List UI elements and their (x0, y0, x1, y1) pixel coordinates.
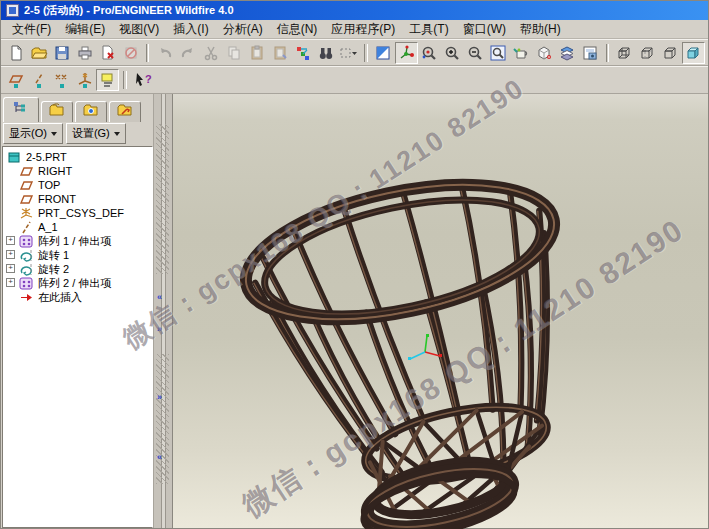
menu-info[interactable]: 信息(N) (270, 20, 325, 39)
context-help-icon: ? (133, 71, 153, 89)
revolve-icon (19, 249, 34, 262)
collapse-left-icon[interactable]: « (157, 294, 162, 301)
repaint-button[interactable] (372, 42, 395, 64)
datum-point-display-button[interactable] (50, 69, 73, 91)
tree-row-csys[interactable]: PRT_CSYS_DEF (5, 206, 152, 220)
new-file-icon (7, 44, 25, 62)
menu-window[interactable]: 窗口(W) (456, 20, 513, 39)
menu-edit[interactable]: 编辑(E) (58, 20, 112, 39)
no-hidden-display-button[interactable] (659, 42, 682, 64)
menu-view[interactable]: 视图(V) (112, 20, 166, 39)
folder-browser-icon (49, 103, 65, 121)
shaded-display-button[interactable] (682, 42, 705, 64)
print-icon (76, 44, 94, 62)
open-button[interactable] (27, 42, 50, 64)
part-icon (7, 151, 22, 164)
tree-row-pattern-1[interactable]: + 阵列 1 / 伸出项 (5, 234, 152, 248)
menu-tools[interactable]: 工具(T) (402, 20, 455, 39)
tree-row-revolve-1[interactable]: + 旋转 1 (5, 248, 152, 262)
new-file-button[interactable] (4, 42, 27, 64)
refit-object-icon (489, 44, 507, 62)
menu-applications[interactable]: 应用程序(P) (324, 20, 402, 39)
tree-row-axis[interactable]: A_1 (5, 220, 152, 234)
expand-icon[interactable]: + (6, 250, 15, 259)
expand-icon[interactable]: + (6, 236, 15, 245)
layers-button[interactable] (556, 42, 579, 64)
annotation-display-button[interactable] (96, 69, 119, 91)
print-button[interactable] (73, 42, 96, 64)
saved-view-list-button[interactable] (533, 42, 556, 64)
tab-favorites[interactable] (75, 101, 107, 122)
tree-row-insert-here[interactable]: 在此插入 (5, 290, 152, 304)
expand-icon[interactable]: + (6, 264, 15, 273)
view-manager-button[interactable] (579, 42, 602, 64)
datum-csys-display-icon (76, 71, 94, 89)
paste-special-button[interactable] (268, 42, 291, 64)
navigator-panel: 显示(O) 设置(G) 2-5.PRT RIGHT (1, 94, 153, 528)
hidden-line-display-button[interactable] (636, 42, 659, 64)
saved-view-list-icon (535, 44, 554, 62)
orient-view-icon (512, 44, 530, 62)
undo-button[interactable] (153, 42, 176, 64)
tab-model-tree[interactable] (3, 97, 39, 122)
tree-label: PRT_CSYS_DEF (38, 207, 124, 219)
navigator-splitter[interactable]: « » » « (153, 94, 173, 528)
navigator-buttons: 显示(O) 设置(G) (1, 122, 153, 145)
orient-view-button[interactable] (510, 42, 533, 64)
collapse-left-icon[interactable]: « (157, 454, 162, 461)
layers-icon (558, 44, 576, 62)
orient-mode-icon (420, 44, 438, 62)
delete-button[interactable] (119, 42, 142, 64)
zoom-out-button[interactable] (464, 42, 487, 64)
spin-center-button[interactable] (395, 42, 418, 64)
tree-row-part[interactable]: 2-5.PRT (5, 150, 152, 164)
title-bar: 2-5 (活动的) - Pro/ENGINEER Wildfire 4.0 (1, 1, 708, 20)
save-button[interactable] (50, 42, 73, 64)
paste-button[interactable] (245, 42, 268, 64)
tree-row-revolve-2[interactable]: + 旋转 2 (5, 262, 152, 276)
navigator-tabs (1, 94, 153, 122)
orient-mode-button[interactable] (418, 42, 441, 64)
refit-object-button[interactable] (487, 42, 510, 64)
context-help-button[interactable]: ? (131, 69, 154, 91)
tree-row-top[interactable]: TOP (5, 178, 152, 192)
expand-right-icon[interactable]: » (157, 326, 162, 333)
connections-folder-icon (117, 103, 133, 121)
menu-analysis[interactable]: 分析(A) (216, 20, 270, 39)
delete-icon (122, 44, 140, 62)
save-a-copy-button[interactable] (96, 42, 119, 64)
graphics-viewport[interactable] (173, 94, 708, 528)
menu-help[interactable]: 帮助(H) (513, 20, 568, 39)
expand-icon[interactable]: + (6, 278, 15, 287)
wireframe-display-button[interactable] (613, 42, 636, 64)
tree-row-front[interactable]: FRONT (5, 192, 152, 206)
find-button[interactable] (314, 42, 337, 64)
toolbar-separator (606, 44, 609, 62)
datum-csys-display-button[interactable] (73, 69, 96, 91)
toolbar-separator (123, 71, 127, 89)
settings-dropdown-button[interactable]: 设置(G) (66, 123, 126, 144)
zoom-in-button[interactable] (441, 42, 464, 64)
menu-insert[interactable]: 插入(I) (166, 20, 215, 39)
tree-row-right[interactable]: RIGHT (5, 164, 152, 178)
selection-filter-button[interactable] (337, 42, 360, 64)
cut-button[interactable] (199, 42, 222, 64)
svg-text:?: ? (145, 73, 152, 85)
regenerate-button[interactable] (291, 42, 314, 64)
datum-axis-display-icon (30, 71, 48, 89)
redo-button[interactable] (176, 42, 199, 64)
tab-folder-browser[interactable] (41, 101, 73, 122)
show-dropdown-button[interactable]: 显示(O) (3, 123, 63, 144)
tree-row-pattern-2[interactable]: + 阵列 2 / 伸出项 (5, 276, 152, 290)
axis-icon (19, 221, 34, 234)
selection-filter-icon (339, 44, 359, 62)
paste-icon (248, 44, 266, 62)
datum-plane-display-button[interactable] (4, 69, 27, 91)
tab-connections[interactable] (109, 101, 141, 122)
show-button-label: 显示(O) (9, 126, 47, 141)
menu-file[interactable]: 文件(F) (5, 20, 58, 39)
expand-right-icon[interactable]: » (157, 394, 162, 401)
datum-axis-display-button[interactable] (27, 69, 50, 91)
shaded-cube-icon (684, 44, 702, 62)
copy-button[interactable] (222, 42, 245, 64)
